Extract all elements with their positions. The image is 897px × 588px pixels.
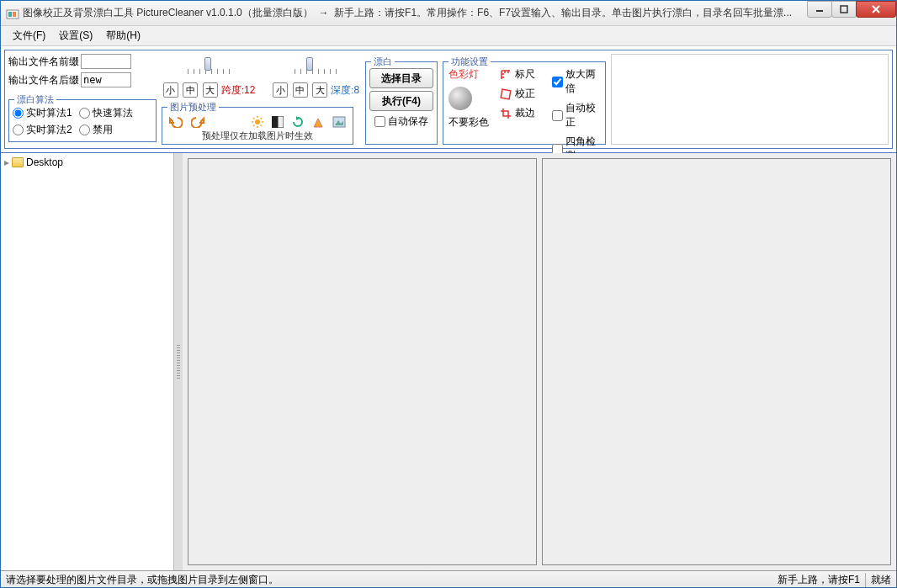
execute-button[interactable]: 执行(F4) [369, 91, 433, 111]
menu-help[interactable]: 帮助(H) [99, 27, 147, 45]
zoom-2x-checkbox[interactable]: 放大两倍 [552, 67, 600, 96]
svg-rect-21 [502, 89, 512, 99]
redo-icon[interactable] [191, 116, 204, 128]
expand-icon[interactable]: ▸ [4, 156, 9, 168]
depth-slider[interactable] [295, 59, 337, 81]
prefix-label: 输出文件名前缀 [8, 55, 79, 69]
preview-left[interactable] [188, 158, 537, 565]
prefix-input[interactable] [81, 54, 131, 69]
preview-area [183, 153, 896, 570]
status-left: 请选择要处理的图片文件目录，或拖拽图片目录到左侧窗口。 [6, 573, 279, 587]
folder-icon [12, 157, 24, 167]
window-controls [808, 1, 896, 18]
contrast-icon[interactable] [272, 116, 284, 128]
svg-line-13 [261, 125, 263, 127]
output-suffix-row: 输出文件名后缀 [8, 72, 157, 87]
window-title: 图像校正及背景漂白工具 PictureCleaner v1.0.1.0（批量漂白… [23, 6, 896, 20]
close-button[interactable] [856, 1, 896, 18]
correct-icon [500, 88, 512, 100]
rotate-icon[interactable] [292, 116, 304, 128]
svg-rect-4 [841, 6, 847, 13]
preprocess-icons [166, 111, 349, 130]
preprocess-hint: 预处理仅在加载图片时生效 [166, 130, 349, 142]
auto-save-checkbox[interactable] [374, 116, 385, 127]
preview-right[interactable] [542, 158, 891, 565]
svg-line-14 [253, 125, 255, 127]
depth-mid-button[interactable]: 中 [293, 82, 308, 98]
undo-icon[interactable] [169, 116, 183, 128]
color-light-row: 色彩灯 [448, 67, 496, 82]
svg-line-15 [261, 118, 263, 119]
menu-settings[interactable]: 设置(S) [52, 27, 99, 45]
range-value-label: 跨度:12 [221, 85, 255, 95]
correct-row[interactable]: 校正 [500, 87, 548, 101]
bleach-legend: 漂白 [371, 56, 395, 68]
function-legend: 功能设置 [448, 56, 491, 68]
range-mid-button[interactable]: 中 [183, 82, 198, 98]
ruler-icon [500, 69, 512, 81]
ruler-row[interactable]: 标尺 [500, 67, 548, 82]
range-slider-block: 小 中 大 跨度:12 [162, 59, 255, 98]
maximize-button[interactable] [831, 1, 857, 18]
radio-realtime1[interactable]: 实时算法1 [13, 106, 72, 120]
suffix-input[interactable] [81, 72, 131, 87]
splitter[interactable] [174, 153, 183, 570]
bleach-group: 漂白 选择目录 执行(F4) 自动保存 [365, 61, 438, 145]
menu-file[interactable]: 文件(F) [6, 27, 52, 45]
range-large-button[interactable]: 大 [203, 82, 218, 98]
tree-item-label: Desktop [26, 156, 63, 168]
svg-rect-17 [278, 116, 284, 128]
svg-line-12 [253, 118, 255, 119]
select-directory-button[interactable]: 选择目录 [369, 68, 433, 88]
menubar: 文件(F) 设置(S) 帮助(H) [1, 26, 896, 46]
output-prefix-row: 输出文件名前缀 [8, 54, 157, 69]
depth-small-button[interactable]: 小 [273, 82, 288, 98]
app-icon [6, 7, 19, 20]
toolbar-col-file-algo: 输出文件名前缀 输出文件名后缀 漂白算法 实时算法1 快速算法 实时算法2 禁用 [8, 54, 157, 145]
crop-row[interactable]: 裁边 [500, 106, 548, 120]
algorithm-legend: 漂白算法 [14, 93, 56, 106]
svg-marker-18 [314, 119, 322, 127]
auto-correct-checkbox[interactable]: 自动校正 [552, 101, 600, 130]
minimize-button[interactable] [807, 1, 832, 18]
radio-disabled[interactable]: 禁用 [79, 123, 113, 137]
color-sphere[interactable] [448, 87, 496, 110]
depth-value-label: 深度:8 [331, 85, 359, 95]
folder-tree[interactable]: ▸ Desktop [1, 153, 174, 570]
svg-rect-1 [8, 12, 12, 17]
svg-rect-16 [272, 116, 278, 128]
statusbar: 请选择要处理的图片文件目录，或拖拽图片目录到左侧窗口。 新手上路，请按F1 就绪 [1, 570, 896, 588]
radio-fast[interactable]: 快速算法 [79, 106, 133, 120]
algorithm-group: 漂白算法 实时算法1 快速算法 实时算法2 禁用 [8, 99, 157, 142]
range-small-button[interactable]: 小 [163, 82, 178, 98]
depth-slider-block: 小 中 大 深度:8 [272, 59, 359, 98]
preprocess-legend: 图片预处理 [167, 101, 219, 114]
depth-large-button[interactable]: 大 [312, 82, 327, 98]
range-slider[interactable] [188, 59, 230, 81]
picture-icon[interactable] [332, 116, 346, 128]
titlebar: 图像校正及背景漂白工具 PictureCleaner v1.0.1.0（批量漂白… [1, 1, 896, 26]
sliders-row: 小 中 大 跨度:12 小 中 大 深度:8 [162, 54, 360, 98]
toolbar-spacer [611, 54, 889, 145]
toolbar-col-sliders: 小 中 大 跨度:12 小 中 大 深度:8 图片预 [162, 54, 360, 145]
suffix-label: 输出文件名后缀 [8, 73, 79, 87]
status-ready: 就绪 [865, 573, 891, 587]
flag-icon[interactable] [312, 116, 324, 128]
brightness-icon[interactable] [252, 116, 263, 128]
content-area: ▸ Desktop [1, 152, 896, 570]
toolbar: 输出文件名前缀 输出文件名后缀 漂白算法 实时算法1 快速算法 实时算法2 禁用 [4, 50, 893, 149]
preprocess-group: 图片预处理 预处理仅在加载图片时生效 [162, 107, 353, 145]
crop-icon [500, 108, 512, 119]
svg-rect-2 [13, 12, 16, 17]
tree-item-desktop[interactable]: ▸ Desktop [4, 156, 170, 168]
function-group: 功能设置 色彩灯 不要彩色 标尺 校正 裁边 放大两倍 自动校正 [443, 61, 606, 145]
auto-save-label: 自动保存 [388, 114, 428, 129]
status-hint: 新手上路，请按F1 [778, 573, 860, 587]
svg-point-7 [255, 119, 260, 124]
radio-realtime2[interactable]: 实时算法2 [13, 123, 72, 137]
no-color-row: 不要彩色 [448, 115, 496, 130]
